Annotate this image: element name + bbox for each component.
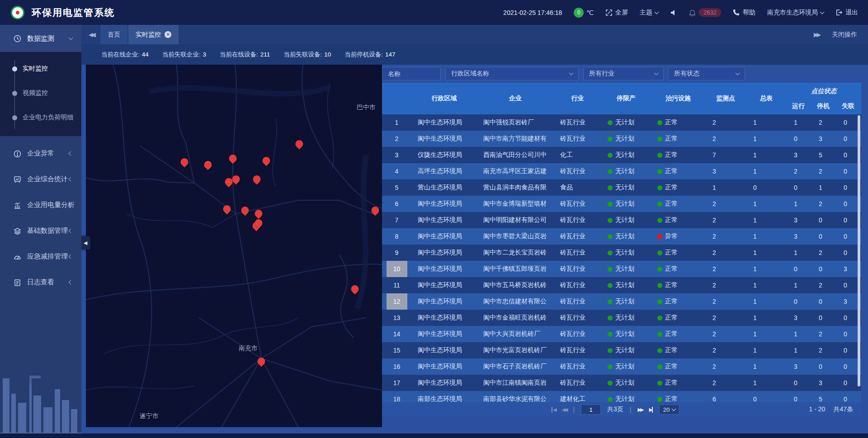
cell-run: 1 <box>787 326 811 342</box>
industry-filter-select[interactable]: 所有行业 <box>583 67 664 80</box>
prev-page-button[interactable]: ◀◀ <box>561 407 566 413</box>
status-filter-select[interactable]: 所有状态 <box>668 67 745 80</box>
close-icon[interactable]: ✕ <box>165 31 171 38</box>
cell-region: 阆中生态环境局 <box>411 131 477 147</box>
cell-monitor: 2 <box>705 131 746 147</box>
cell-total: 1 <box>746 196 787 212</box>
cell-region: 阆中生态环境局 <box>411 212 477 228</box>
tabs-scroll-left-button[interactable]: ◀◀ <box>89 31 94 38</box>
total-pages-label: 共3页 <box>607 405 623 414</box>
cell-monitor: 2 <box>705 293 746 310</box>
table-row[interactable]: 15阆中生态环境局阆中市光富页岩机砖厂砖瓦行业无计划正常21120 <box>382 342 861 358</box>
cell-industry: 砖瓦行业 <box>554 131 601 147</box>
sidebar-item-realtime-monitor[interactable]: 实时监控 <box>0 57 81 81</box>
table-row[interactable]: 18南部生态环境局南部县砂华水泥有限公建材化工无计划正常60050 <box>382 391 861 402</box>
table-row[interactable]: 12阆中生态环境局阆中市忠信建材有限公砖瓦行业无计划正常21003 <box>382 293 861 310</box>
last-page-button[interactable]: ▶ <box>649 407 652 413</box>
table-row[interactable]: 2阆中生态环境局阆中市南方节能建材有砖瓦行业无计划正常21030 <box>382 131 861 147</box>
theme-menu[interactable]: 主题 <box>640 9 658 17</box>
table-scrollbar[interactable] <box>858 115 860 386</box>
table-row[interactable]: 7阆中生态环境局阆中明阳建材有限公司砖瓦行业无计划正常21300 <box>382 212 861 228</box>
help-button[interactable]: 帮助 <box>733 9 755 17</box>
table-row[interactable]: 4高坪生态环境局南充市高坪区王家店建砖瓦行业无计划正常31220 <box>382 163 861 179</box>
notifications-button[interactable]: 2632 <box>689 8 721 17</box>
cell-stop-status: 无计划 <box>601 114 651 131</box>
cell-region: 阆中生态环境局 <box>411 326 477 342</box>
table-row[interactable]: 6阆中生态环境局阆中市金博瑞新型墙材砖瓦行业无计划正常21120 <box>382 196 861 212</box>
cell-index: 12 <box>382 293 411 310</box>
region-filter-select[interactable]: 行政区域名称 <box>445 67 579 80</box>
status-dot <box>657 234 662 239</box>
cell-industry: 砖瓦行业 <box>554 228 601 245</box>
sidebar-group-logs[interactable]: 日志查看 <box>0 269 81 295</box>
table-row[interactable]: 5营山生态环境局营山县润丰肉食品有限食品无计划正常10010 <box>382 179 861 196</box>
table-row[interactable]: 8阆中生态环境局阆中市枣碧大梁山页岩砖瓦行业无计划异常21300 <box>382 228 861 245</box>
table-row[interactable]: 13阆中生态环境局阆中市金福旺页岩机砖砖瓦行业无计划正常21300 <box>382 310 861 326</box>
org-menu[interactable]: 南充市生态环境局 <box>767 9 824 17</box>
sidebar-group-enterprise-stats[interactable]: 企业综合统计 <box>0 166 81 192</box>
sidebar-group-data-monitoring[interactable]: 数据监测 <box>0 25 81 52</box>
cell-stop-status: 无计划 <box>601 131 651 147</box>
chart-icon <box>14 202 21 209</box>
sidebar-group-enterprise-abnormal[interactable]: 企业异常 <box>0 141 81 166</box>
cell-monitor: 2 <box>705 261 746 277</box>
cell-total: 1 <box>746 326 787 342</box>
cell-index: 5 <box>382 179 411 196</box>
cell-total: 0 <box>746 179 787 196</box>
cell-monitor: 2 <box>705 245 746 261</box>
col-group-point-status: 点位状态 <box>787 87 861 95</box>
close-operations-button[interactable]: 关闭操作 <box>832 31 857 39</box>
cell-industry: 砖瓦行业 <box>554 375 601 391</box>
cell-region: 南部生态环境局 <box>411 391 477 402</box>
status-dot <box>657 185 662 190</box>
bullet-icon <box>12 91 17 96</box>
cell-region: 阆中生态环境局 <box>411 228 477 245</box>
chevron-left-icon <box>69 254 73 259</box>
status-dot <box>608 202 613 207</box>
sidebar-item-video-monitor[interactable]: 视频监控 <box>0 81 81 105</box>
page-size-select[interactable]: 20 <box>659 405 679 414</box>
tabs-scroll-right-button[interactable]: ▶▶ <box>814 31 819 38</box>
cell-facility-status: 正常 <box>651 196 705 212</box>
cell-industry: 砖瓦行业 <box>554 358 601 375</box>
status-dot <box>608 348 613 353</box>
divider: | <box>573 406 575 413</box>
sidebar-group-label: 数据监测 <box>27 34 54 43</box>
map-panel[interactable]: 巴中市南充市遂宁市 <box>86 65 382 427</box>
tab-home[interactable]: 首页 <box>100 25 127 44</box>
cell-industry: 砖瓦行业 <box>554 261 601 277</box>
table-row[interactable]: 1阆中生态环境局阆中强锐页岩砖厂砖瓦行业无计划正常21120 <box>382 114 861 131</box>
fullscreen-button[interactable]: 全屏 <box>605 9 628 17</box>
sidebar: 数据监测 实时监控 视频监控 企业电力负荷明细 企业异常 <box>0 25 81 438</box>
sidebar-group-emergency[interactable]: 应急减排管理 <box>0 244 81 269</box>
sidebar-group-base-data[interactable]: 基础数据管理 <box>0 218 81 244</box>
cell-monitor: 2 <box>705 212 746 228</box>
layers-icon <box>14 227 21 235</box>
tab-realtime-monitor[interactable]: 实时监控 ✕ <box>128 25 179 44</box>
cell-total: 1 <box>746 342 787 358</box>
table-row[interactable]: 14阆中生态环境局阆中大兴页岩机砖厂砖瓦行业无计划正常21120 <box>382 326 861 342</box>
sidebar-item-power-load-detail[interactable]: 企业电力负荷明细 <box>0 105 81 130</box>
stat-item-3: 当前失联设备:10 <box>283 51 331 59</box>
name-filter-input[interactable] <box>382 67 441 80</box>
next-page-button[interactable]: ▶▶ <box>637 407 642 413</box>
sidebar-group-power-analysis[interactable]: 企业用电量分析 <box>0 192 81 218</box>
table-row[interactable]: 17阆中生态环境局阆中市江南镇阆南页岩砖瓦行业无计划正常21030 <box>382 375 861 391</box>
page-number-input[interactable] <box>581 405 601 414</box>
first-page-button[interactable]: ◀ <box>552 407 555 413</box>
status-dot <box>657 397 662 402</box>
table-row[interactable]: 16阆中生态环境局阆中市石子页岩机砖厂砖瓦行业无计划正常21300 <box>382 358 861 375</box>
status-dot <box>608 332 613 337</box>
app-title: 环保用电监管系统 <box>32 6 115 19</box>
table-row[interactable]: 11阆中生态环境局阆中市五马桥页岩机砖砖瓦行业无计划正常21120 <box>382 277 861 293</box>
status-dot <box>657 348 662 353</box>
cell-total: 1 <box>746 358 787 375</box>
map-collapse-button[interactable]: ◀ <box>80 236 90 250</box>
cell-company: 营山县润丰肉食品有限 <box>477 179 554 196</box>
table-row[interactable]: 9阆中生态环境局阆中市二龙长宝页岩砖砖瓦行业无计划正常21120 <box>382 245 861 261</box>
logout-button[interactable]: 退出 <box>835 9 858 17</box>
table-row[interactable]: 3仪陇生态环境局西南油气田分公司川中化工无计划正常71350 <box>382 147 861 163</box>
sound-button[interactable] <box>670 9 677 16</box>
table-row[interactable]: 10阆中生态环境局阆中千佛镇五郎垭页岩砖瓦行业无计划正常21003 <box>382 261 861 277</box>
logout-icon <box>835 9 843 16</box>
